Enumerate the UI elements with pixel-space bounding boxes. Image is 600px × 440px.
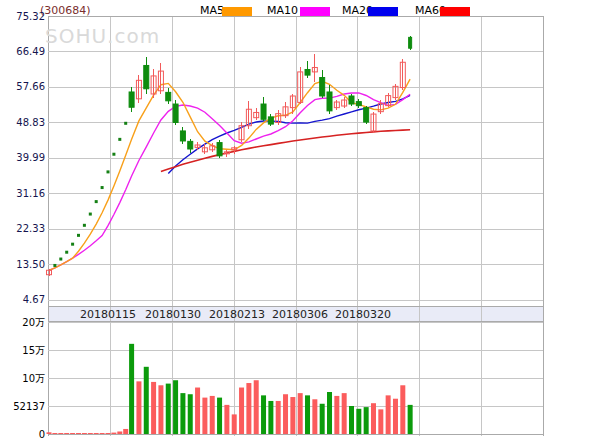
- volume-bar: [408, 405, 413, 434]
- volume-bar: [188, 394, 193, 434]
- volume-bar: [106, 433, 111, 434]
- volume-bar: [349, 406, 354, 434]
- svg-text:0: 0: [39, 429, 45, 440]
- volume-bar: [88, 433, 93, 434]
- volume-bar: [129, 344, 134, 434]
- volume-bar: [320, 404, 325, 434]
- volume-bar: [195, 388, 200, 434]
- down-candle: [217, 143, 222, 156]
- down-candle: [129, 92, 134, 107]
- volume-bar: [364, 407, 369, 434]
- down-candle: [173, 104, 178, 122]
- volume-bar: [342, 393, 347, 434]
- down-candle: [188, 141, 193, 149]
- volume-bar: [202, 398, 207, 434]
- volume-bar: [210, 396, 215, 434]
- limit-up-dot: [71, 243, 74, 246]
- svg-text:31.16: 31.16: [16, 188, 45, 199]
- kline-chart-canvas: 75.3266.4957.6648.8339.9931.1622.3313.50…: [0, 0, 600, 440]
- svg-text:20180115: 20180115: [80, 308, 136, 321]
- volume-bar: [173, 380, 178, 434]
- svg-text:20180130: 20180130: [145, 308, 201, 321]
- svg-text:15万: 15万: [22, 345, 45, 356]
- volume-bar: [334, 396, 339, 434]
- ma60-line: [161, 130, 410, 172]
- volume-bar: [400, 385, 405, 434]
- limit-up-dot: [65, 251, 68, 254]
- down-candle: [305, 69, 310, 75]
- down-candle: [364, 108, 369, 122]
- down-candle: [268, 117, 273, 124]
- down-candle: [144, 65, 149, 88]
- limit-up-dot: [112, 153, 115, 156]
- volume-bar: [283, 394, 288, 434]
- ma20-line: [168, 95, 410, 173]
- svg-text:22.33: 22.33: [16, 223, 45, 234]
- volume-bar: [393, 399, 398, 434]
- down-candle: [327, 92, 332, 111]
- limit-up-dot: [101, 186, 104, 189]
- sohu-watermark: SOHU.com: [45, 24, 160, 48]
- limit-up-dot: [83, 224, 86, 227]
- volume-bar: [52, 433, 57, 434]
- volume-bar: [64, 433, 69, 434]
- down-candle: [320, 78, 325, 96]
- candles: [47, 36, 412, 276]
- svg-text:20180213: 20180213: [209, 308, 265, 321]
- moving-average-lines: [49, 79, 410, 270]
- down-candle: [166, 92, 171, 100]
- limit-up-dot: [124, 122, 127, 125]
- volume-bar: [386, 395, 391, 434]
- volume-bar: [47, 432, 52, 434]
- svg-text:20180320: 20180320: [335, 308, 391, 321]
- svg-text:39.99: 39.99: [16, 152, 45, 163]
- svg-text:10万: 10万: [22, 373, 45, 384]
- svg-text:48.83: 48.83: [16, 117, 45, 128]
- svg-text:20万: 20万: [22, 317, 45, 328]
- limit-up-dot: [107, 170, 110, 173]
- volume-bar: [356, 409, 361, 434]
- volume-bar: [276, 401, 281, 434]
- down-candle: [261, 104, 266, 119]
- volume-bar: [111, 433, 116, 434]
- down-candle: [180, 131, 185, 141]
- volume-bar: [224, 405, 229, 434]
- axis-labels: 75.3266.4957.6648.8339.9931.1622.3313.50…: [13, 11, 391, 440]
- volume-bar: [232, 414, 237, 434]
- volume-bar: [136, 381, 141, 434]
- volume-bar: [123, 429, 128, 434]
- volume-bar: [166, 384, 171, 434]
- stock-chart-window: (300684) MA5 MA10 MA20 MA60 75.3266.4957…: [0, 0, 600, 440]
- limit-up-dot: [59, 258, 62, 261]
- volume-bar: [100, 433, 105, 434]
- volume-bar: [290, 397, 295, 434]
- volume-bar: [378, 409, 383, 434]
- volume-bar: [82, 433, 87, 434]
- svg-text:20180306: 20180306: [272, 308, 328, 321]
- volume-bar: [261, 395, 266, 434]
- volume-bar: [58, 433, 63, 434]
- volume-bar: [180, 393, 185, 434]
- svg-text:57.66: 57.66: [16, 81, 45, 92]
- down-candle: [356, 102, 361, 106]
- down-candle: [349, 96, 354, 104]
- ma5-line: [49, 79, 410, 270]
- volume-bar: [239, 388, 244, 434]
- svg-text:13.50: 13.50: [16, 259, 45, 270]
- limit-up-dot: [95, 200, 98, 203]
- volume-bar: [144, 367, 149, 434]
- limit-up-dot: [89, 213, 92, 216]
- volume-bar: [70, 433, 75, 434]
- down-candle: [409, 37, 412, 48]
- volume-bar: [327, 392, 332, 434]
- volume-bar: [94, 433, 99, 434]
- svg-text:52137: 52137: [13, 401, 45, 412]
- svg-text:66.49: 66.49: [16, 46, 45, 57]
- volume-bar: [151, 382, 156, 434]
- ma10-line: [49, 93, 410, 270]
- volume-bar: [312, 399, 317, 434]
- volume-bar: [254, 380, 259, 434]
- grid: [48, 16, 544, 436]
- volume-bar: [158, 385, 163, 434]
- volume-bar: [76, 433, 81, 434]
